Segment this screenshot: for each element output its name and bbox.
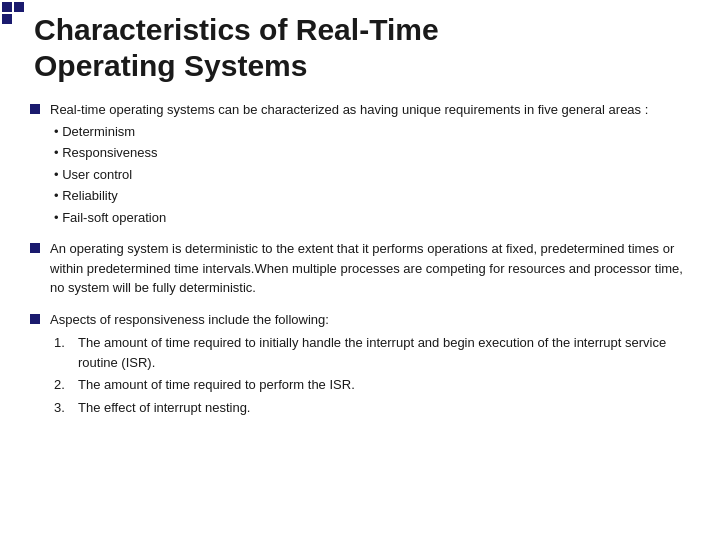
sub-bullet-determinism: • Determinism — [50, 122, 690, 142]
svg-rect-1 — [14, 2, 24, 12]
bullet-content: Aspects of responsiveness include the fo… — [50, 310, 690, 418]
bullet-content: Real-time operating systems can be chara… — [50, 100, 690, 227]
sub-bullet-failsoft: • Fail-soft operation — [50, 208, 690, 228]
svg-rect-0 — [2, 2, 12, 12]
list-item: Aspects of responsiveness include the fo… — [30, 310, 690, 418]
page: Characteristics of Real-Time Operating S… — [0, 0, 720, 540]
numbered-list: 1. The amount of time required to initia… — [50, 333, 690, 417]
sub-bullet-user-control: • User control — [50, 165, 690, 185]
corner-decoration — [0, 0, 36, 36]
numbered-item-3: 3. The effect of interrupt nesting. — [54, 398, 690, 418]
bullet-square-icon — [30, 314, 40, 324]
page-title: Characteristics of Real-Time Operating S… — [34, 12, 690, 84]
bullet-square-icon — [30, 104, 40, 114]
bullet-section: Real-time operating systems can be chara… — [30, 100, 690, 417]
sub-bullet-responsiveness: • Responsiveness — [50, 143, 690, 163]
bullet-square-icon — [30, 243, 40, 253]
numbered-item-1: 1. The amount of time required to initia… — [54, 333, 690, 372]
svg-rect-2 — [2, 14, 12, 24]
title-section: Characteristics of Real-Time Operating S… — [30, 12, 690, 84]
list-item: An operating system is deterministic to … — [30, 239, 690, 298]
content-area: Characteristics of Real-Time Operating S… — [0, 0, 720, 433]
list-item: Real-time operating systems can be chara… — [30, 100, 690, 227]
numbered-item-2: 2. The amount of time required to perfor… — [54, 375, 690, 395]
sub-bullet-reliability: • Reliability — [50, 186, 690, 206]
bullet-content: An operating system is deterministic to … — [50, 239, 690, 298]
